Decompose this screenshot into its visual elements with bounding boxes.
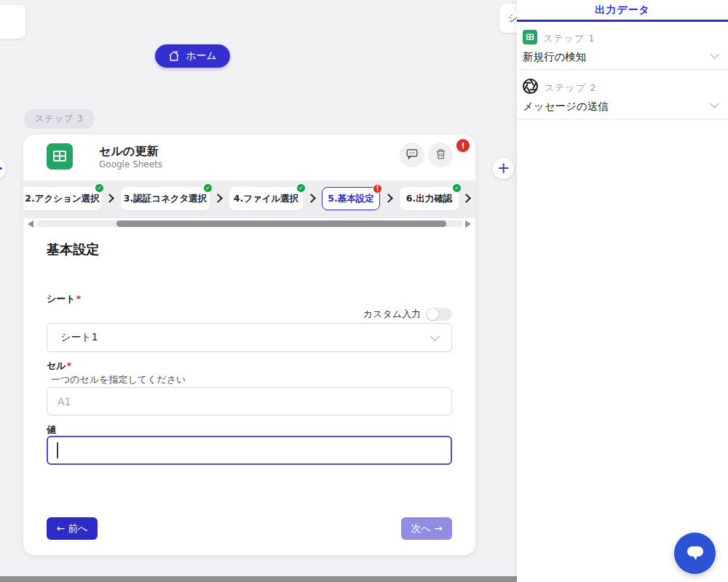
step-config-card: セルの更新 Google Sheets ! 2.アクション選択 ✓ 3.認証コネ… [23, 135, 475, 555]
page-scrollbar[interactable] [0, 576, 517, 582]
error-badge-icon: ! [373, 184, 382, 194]
tab-label: 3.認証コネクタ選択 [124, 193, 207, 205]
chevron-down-icon [710, 49, 719, 59]
cell-input-placeholder: A1 [58, 396, 71, 407]
home-icon [168, 50, 180, 62]
scroll-right-arrow[interactable] [465, 220, 471, 228]
step-name: メッセージの送信 [523, 100, 609, 113]
trash-icon [435, 148, 447, 163]
tab-label: 5.基本設定 [328, 193, 373, 205]
openai-icon [521, 77, 539, 98]
tab-label: 2.アクション選択 [25, 193, 99, 205]
chevron-right-icon [213, 194, 223, 203]
cell-field-label: セル* [47, 359, 71, 372]
check-badge-icon: ✓ [452, 183, 462, 193]
prev-button[interactable]: ← 前へ [47, 517, 98, 540]
step-name: 新規行の検知 [523, 50, 586, 64]
check-badge-icon: ✓ [296, 183, 306, 193]
minus-icon [0, 167, 2, 170]
step-app-name: Google Sheets [99, 159, 162, 170]
output-step-2-row[interactable]: ステップ 2 メッセージの送信 [517, 76, 728, 118]
delete-step-button[interactable] [428, 143, 453, 167]
scroll-left-arrow[interactable] [28, 220, 33, 228]
chat-bubble-icon [684, 541, 706, 566]
home-label: ホーム [186, 49, 217, 63]
value-field-label: 値 [47, 423, 56, 436]
required-mark: * [76, 293, 82, 304]
check-badge-icon: ✓ [203, 183, 213, 193]
sheet-field-label: シート* [47, 292, 81, 306]
step-badge-label: ステップ 1 [543, 32, 596, 45]
sheet-select-value: シート1 [60, 331, 98, 344]
chat-launcher-button[interactable] [674, 533, 716, 574]
tab-action-select[interactable]: 2.アクション選択 ✓ [23, 187, 101, 210]
chevron-right-icon [462, 194, 471, 203]
chevron-down-icon [710, 99, 719, 108]
step-title: セルの更新 [99, 144, 158, 159]
custom-input-label: カスタム入力 [363, 308, 421, 321]
step-number-badge: ステップ 3 [24, 109, 95, 129]
comment-icon [405, 147, 419, 163]
chevron-right-icon [384, 194, 393, 203]
comment-button[interactable] [400, 143, 424, 167]
home-button[interactable]: ホーム [155, 44, 230, 68]
cropped-toolbar-fragment [0, 5, 25, 39]
tab-file-select[interactable]: 4.ファイル選択 ✓ [229, 187, 303, 210]
section-title: 基本設定 [47, 241, 99, 258]
tab-label: 6.出力確認 [406, 193, 452, 205]
custom-input-toggle[interactable] [426, 308, 452, 321]
chevron-down-icon [430, 332, 440, 341]
google-sheets-icon [523, 30, 537, 47]
divider [517, 119, 728, 119]
check-badge-icon: ✓ [95, 183, 104, 193]
step-tabs-strip: 2.アクション選択 ✓ 3.認証コネクタ選択 ✓ 4.ファイル選択 ✓ 5.基本… [23, 180, 475, 218]
next-button[interactable]: 次へ → [401, 517, 452, 540]
tab-label: 4.ファイル選択 [234, 193, 299, 205]
add-step-button[interactable]: + [493, 158, 514, 179]
tab-auth-connector[interactable]: 3.認証コネクタ選択 ✓ [121, 187, 210, 210]
workflow-editor: ホーム ステップ 3 セルの更新 Google Sheets ! 2.アクション… [0, 0, 728, 582]
step-badge-label: ステップ 2 [545, 81, 597, 95]
value-input[interactable] [47, 436, 452, 465]
chevron-right-icon [306, 194, 316, 203]
cell-field-hint: 一つのセルを指定してください [51, 373, 186, 386]
collapse-panel-button[interactable] [0, 157, 6, 180]
sheet-select[interactable]: シート1 [47, 323, 452, 352]
output-panel-title: 出力データ [517, 4, 728, 17]
custom-input-row: カスタム入力 [363, 308, 452, 321]
panel-title-underline [517, 20, 728, 22]
output-data-panel: 出力データ ステップ 1 新規行の検知 [517, 0, 728, 582]
tab-basic-settings[interactable]: 5.基本設定 ! [322, 187, 380, 210]
chevron-right-icon [105, 194, 114, 203]
output-step-1-row[interactable]: ステップ 1 新規行の検知 [517, 28, 728, 68]
text-caret [57, 442, 58, 458]
google-sheets-icon [47, 143, 73, 170]
plus-icon: + [497, 161, 510, 176]
required-mark: * [67, 360, 72, 371]
tab-output-check[interactable]: 6.出力確認 ✓ [400, 187, 459, 210]
toggle-knob [427, 308, 438, 320]
cell-input[interactable]: A1 [47, 387, 452, 415]
divider [517, 69, 728, 70]
tabs-scrollbar-thumb[interactable] [116, 220, 446, 227]
error-alert-badge: ! [456, 139, 470, 152]
